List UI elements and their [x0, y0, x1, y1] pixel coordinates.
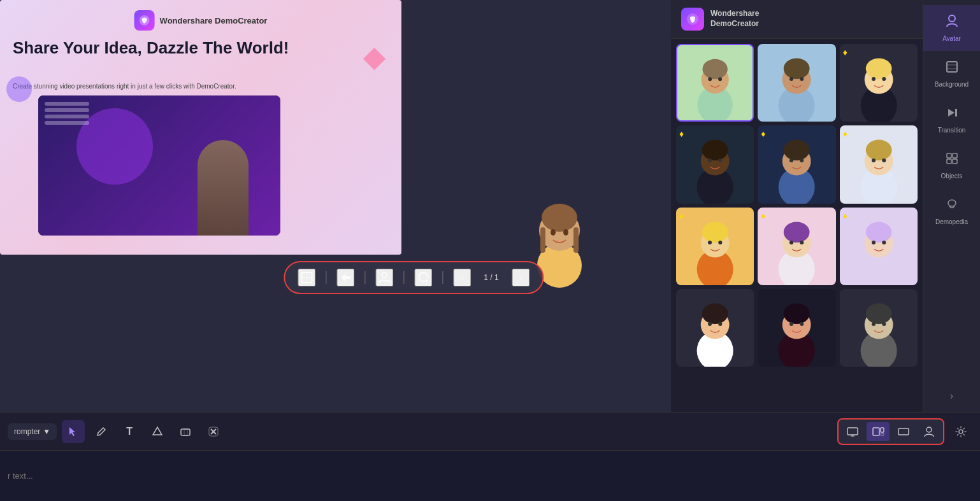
prompter-label: rompter [14, 427, 40, 436]
svg-point-52 [784, 222, 810, 243]
avatar-figure-5 [758, 125, 835, 203]
avatar-card-10[interactable] [676, 289, 754, 367]
avatar-card-8[interactable]: ♦ [758, 208, 835, 285]
svg-rect-93 [881, 428, 884, 432]
svg-point-58 [872, 241, 876, 244]
view-btn-fullscreen[interactable] [892, 422, 915, 441]
svg-point-44 [882, 159, 886, 162]
svg-point-53 [789, 241, 793, 244]
avatar-card-3[interactable]: ♦ [840, 44, 918, 122]
floating-tool-person[interactable] [375, 269, 393, 286]
floating-counter: 1 / 1 [481, 273, 501, 282]
svg-point-67 [784, 303, 810, 324]
avatar-card-2[interactable] [758, 44, 835, 122]
svg-point-57 [865, 222, 891, 243]
avatar-card-7[interactable]: ♦ [676, 208, 754, 285]
avatar-figure-9 [840, 208, 918, 285]
svg-point-59 [882, 241, 886, 244]
avatar-figure-1 [677, 45, 753, 120]
floating-tool-flip[interactable] [336, 269, 354, 286]
svg-point-48 [708, 241, 712, 244]
svg-rect-5 [573, 227, 579, 253]
view-btn-avatar-screen[interactable] [867, 422, 890, 441]
sidebar-scroll-down[interactable]: › [945, 385, 958, 407]
slide-content: Wondershare DemoCreator Share Your Idea,… [0, 0, 401, 255]
misc-settings-btn[interactable] [949, 420, 972, 443]
svg-point-17 [702, 59, 727, 80]
avatar-card-12[interactable] [840, 289, 918, 367]
avatar-figure-6 [840, 125, 918, 203]
svg-point-85 [948, 200, 956, 206]
svg-point-62 [702, 303, 728, 324]
avatar-figure-7 [676, 208, 754, 285]
prompter-button[interactable]: rompter ▼ [8, 423, 57, 440]
svg-point-32 [702, 140, 728, 161]
float-divider [442, 271, 443, 284]
sidebar-tab-background[interactable]: Background [923, 51, 980, 97]
svg-point-49 [718, 241, 722, 244]
avatar-card-1[interactable] [676, 44, 754, 122]
svg-rect-84 [953, 159, 957, 164]
svg-rect-92 [873, 428, 879, 435]
float-divider [326, 271, 326, 284]
svg-rect-82 [953, 153, 957, 158]
svg-point-19 [718, 77, 722, 81]
premium-badge-5: ♦ [761, 129, 765, 139]
far-right-sidebar: Avatar Background Transition [923, 0, 980, 412]
text-area-row [0, 451, 980, 501]
view-btn-screen[interactable] [841, 422, 864, 441]
avatar-card-4[interactable]: ♦ [676, 125, 754, 203]
tool-delete[interactable] [202, 420, 225, 443]
slide-screen [38, 95, 280, 236]
svg-point-64 [718, 322, 722, 326]
svg-rect-86 [181, 429, 190, 435]
text-input-field[interactable] [8, 471, 972, 481]
right-panel: Wondershare DemoCreator ♦ [671, 0, 923, 412]
avatar-card-5[interactable]: ♦ [758, 125, 835, 203]
sidebar-tab-avatar-label: Avatar [942, 35, 961, 42]
premium-badge-8: ♦ [761, 211, 765, 221]
slide-headline: Share Your Idea, Dazzle The World! [13, 38, 389, 58]
avatar-grid[interactable]: ♦ ♦ ♦ ♦ ♦ [671, 39, 923, 412]
svg-rect-81 [947, 153, 951, 158]
tool-shape[interactable] [146, 420, 169, 443]
objects-icon [945, 152, 959, 169]
bottom-area: rompter ▼ T [0, 412, 980, 501]
tool-text[interactable]: T [118, 420, 141, 443]
slide-logo: Wondershare DemoCreator [134, 10, 268, 31]
floating-toolbar: ‹ 1 / 1 › [284, 261, 544, 294]
person-silhouette [198, 140, 249, 236]
tool-eraser[interactable] [174, 420, 197, 443]
sidebar-tab-objects-label: Objects [941, 173, 963, 180]
main-area: Wondershare DemoCreator Share Your Idea,… [0, 0, 980, 412]
svg-rect-4 [540, 227, 545, 253]
floating-nav-next[interactable]: › [512, 269, 530, 286]
tool-select[interactable] [62, 420, 85, 443]
float-divider [364, 271, 365, 284]
avatar-card-9[interactable]: ♦ [840, 208, 918, 285]
float-divider [403, 271, 404, 284]
sidebar-tab-transition[interactable]: Transition [923, 97, 980, 143]
tool-pen[interactable] [90, 420, 113, 443]
view-btn-person[interactable] [918, 422, 940, 441]
floating-tool-rotate[interactable] [414, 269, 432, 286]
svg-point-29 [882, 77, 886, 81]
svg-point-38 [789, 159, 793, 162]
avatar-card-11[interactable] [758, 289, 835, 367]
canvas-bottom-strip [0, 285, 671, 412]
sidebar-tab-demopedia[interactable]: Demopedia [923, 188, 980, 234]
sidebar-tab-avatar[interactable]: Avatar [923, 5, 980, 51]
floating-tool-target[interactable] [298, 269, 315, 286]
svg-point-37 [784, 140, 810, 161]
svg-point-42 [865, 140, 891, 161]
svg-point-74 [882, 322, 886, 326]
avatar-icon [945, 14, 959, 31]
avatar-figure-11 [758, 289, 835, 367]
sidebar-tab-objects[interactable]: Objects [923, 143, 980, 188]
svg-rect-87 [184, 429, 187, 435]
svg-point-27 [865, 58, 891, 79]
svg-point-47 [702, 222, 728, 243]
svg-rect-94 [881, 434, 884, 435]
avatar-card-6[interactable]: ♦ [840, 125, 918, 203]
floating-nav-prev[interactable]: ‹ [453, 269, 471, 286]
